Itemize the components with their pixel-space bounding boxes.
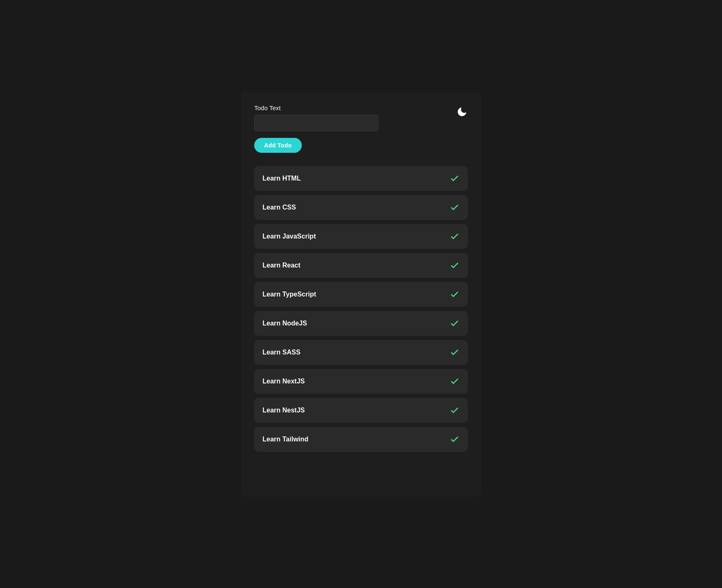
todo-check-icon bbox=[450, 231, 460, 241]
todo-input[interactable] bbox=[254, 115, 378, 131]
todo-check-icon bbox=[450, 289, 460, 299]
todo-item[interactable]: Learn CSS bbox=[254, 195, 468, 220]
add-todo-button[interactable]: Add Todo bbox=[254, 138, 302, 153]
dark-mode-toggle[interactable] bbox=[456, 106, 468, 120]
todo-check-icon bbox=[450, 174, 460, 183]
todo-item-text: Learn NestJS bbox=[262, 407, 305, 414]
todo-item-text: Learn NodeJS bbox=[262, 320, 307, 327]
todo-check-icon bbox=[450, 318, 460, 328]
todo-item[interactable]: Learn SASS bbox=[254, 340, 468, 365]
todo-check-icon bbox=[450, 376, 460, 386]
todo-item[interactable]: Learn Tailwind bbox=[254, 427, 468, 452]
todo-check-icon bbox=[450, 202, 460, 212]
todo-check-icon bbox=[450, 347, 460, 357]
todo-item[interactable]: Learn NextJS bbox=[254, 369, 468, 394]
todo-item-text: Learn CSS bbox=[262, 204, 296, 211]
app-container: Todo Text Add Todo Learn HTML Learn CSS … bbox=[241, 91, 481, 497]
todo-item-text: Learn NextJS bbox=[262, 378, 305, 385]
input-label: Todo Text bbox=[254, 104, 456, 111]
todo-item-text: Learn JavaScript bbox=[262, 233, 316, 240]
todo-item[interactable]: Learn JavaScript bbox=[254, 224, 468, 249]
todo-item-text: Learn TypeScript bbox=[262, 291, 316, 298]
todo-item[interactable]: Learn React bbox=[254, 253, 468, 278]
todo-item[interactable]: Learn TypeScript bbox=[254, 282, 468, 307]
todo-item-text: Learn SASS bbox=[262, 349, 301, 356]
todo-check-icon bbox=[450, 260, 460, 270]
todo-item[interactable]: Learn HTML bbox=[254, 166, 468, 191]
form-section: Todo Text Add Todo bbox=[254, 104, 456, 153]
todo-list: Learn HTML Learn CSS Learn JavaScript Le… bbox=[254, 166, 468, 452]
todo-item[interactable]: Learn NodeJS bbox=[254, 311, 468, 336]
todo-check-icon bbox=[450, 434, 460, 444]
todo-item-text: Learn React bbox=[262, 262, 301, 269]
todo-item-text: Learn HTML bbox=[262, 175, 301, 182]
todo-item-text: Learn Tailwind bbox=[262, 436, 308, 443]
todo-check-icon bbox=[450, 405, 460, 415]
todo-item[interactable]: Learn NestJS bbox=[254, 398, 468, 423]
header: Todo Text Add Todo bbox=[254, 104, 468, 153]
